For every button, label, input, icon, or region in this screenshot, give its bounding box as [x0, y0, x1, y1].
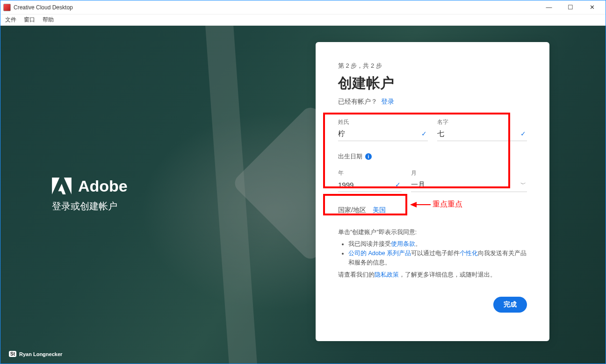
content-area: Adobe 登录或创建帐户 St Ryan Longnecker 第 2 步，共…	[0, 26, 606, 364]
firstname-input[interactable]	[437, 128, 527, 141]
personalization-link[interactable]: 个性化	[460, 250, 478, 257]
check-icon: ✓	[520, 130, 526, 137]
brand-name: Adobe	[78, 177, 128, 195]
lastname-field[interactable]: 姓氏 ✓	[338, 118, 428, 141]
check-icon: ✓	[395, 181, 401, 188]
page-title: 创建帐户	[338, 74, 527, 93]
brand-subtitle: 登录或创建帐户	[52, 200, 128, 213]
region-link[interactable]: 美国	[373, 206, 386, 214]
month-label: 月	[411, 169, 527, 177]
already-prefix: 已经有帐户？	[338, 98, 377, 105]
terms-item-1: 我已阅读并接受使用条款。	[348, 239, 527, 249]
chevron-down-icon: ﹀	[520, 180, 526, 188]
lastname-label: 姓氏	[338, 118, 428, 126]
done-button[interactable]: 完成	[493, 297, 527, 313]
dob-label: 出生日期	[338, 152, 362, 161]
year-input[interactable]	[338, 179, 402, 192]
terms-list: 我已阅读并接受使用条款。 公司的 Adobe 系列产品可以通过电子邮件个性化向我…	[338, 239, 527, 267]
terms-intro: 单击"创建账户"即表示我同意:	[338, 228, 527, 236]
stock-badge: St	[9, 351, 16, 357]
photo-credit: St Ryan Longnecker	[9, 351, 62, 357]
window-title: Creative Cloud Desktop	[14, 4, 538, 11]
annotation-text: 重点重点	[433, 200, 462, 209]
menu-file[interactable]: 文件	[5, 16, 16, 24]
titlebar: Creative Cloud Desktop ― ☐ ✕	[0, 0, 606, 14]
brand-block: Adobe 登录或创建帐户	[52, 177, 128, 213]
year-label: 年	[338, 169, 402, 177]
month-select[interactable]	[411, 179, 527, 192]
menu-window[interactable]: 窗口	[24, 16, 35, 24]
signin-link[interactable]: 登录	[381, 98, 394, 105]
firstname-label: 名字	[437, 118, 527, 126]
terms-item-2: 公司的 Adobe 系列产品可以通过电子邮件个性化向我发送有关产品和服务的信息。	[348, 249, 527, 267]
close-button[interactable]: ✕	[581, 0, 603, 14]
adobe-logo-icon	[52, 178, 72, 194]
info-icon[interactable]: i	[365, 153, 372, 160]
annotation-arrow-icon	[410, 202, 417, 207]
check-icon: ✓	[421, 130, 427, 137]
region-label: 国家/地区	[338, 206, 366, 214]
annotation-arrow-line	[417, 204, 431, 205]
firstname-field[interactable]: 名字 ✓	[437, 118, 527, 141]
terms-of-use-link[interactable]: 使用条款	[391, 241, 415, 247]
menu-help[interactable]: 帮助	[43, 16, 54, 24]
year-field[interactable]: 年 ✓	[338, 169, 402, 192]
terms-footer: 请查看我们的隐私政策，了解更多详细信息，或随时退出。	[338, 271, 527, 279]
lastname-input[interactable]	[338, 128, 428, 141]
month-field[interactable]: 月 ﹀	[411, 169, 527, 192]
privacy-policy-link[interactable]: 隐私政策	[375, 271, 399, 278]
app-icon	[3, 4, 11, 11]
credit-author: Ryan Longnecker	[19, 351, 62, 357]
signup-card: 第 2 步，共 2 步 创建帐户 已经有帐户？ 登录 姓氏 ✓ 名字 ✓ 出生日…	[316, 42, 549, 341]
already-have-account: 已经有帐户？ 登录	[338, 98, 527, 106]
step-indicator: 第 2 步，共 2 步	[338, 62, 527, 70]
adobe-products-link[interactable]: 公司的 Adobe 系列产品	[348, 250, 411, 257]
window-controls: ― ☐ ✕	[538, 0, 603, 14]
menubar: 文件 窗口 帮助	[0, 14, 606, 26]
minimize-button[interactable]: ―	[538, 0, 560, 14]
maximize-button[interactable]: ☐	[560, 0, 581, 14]
